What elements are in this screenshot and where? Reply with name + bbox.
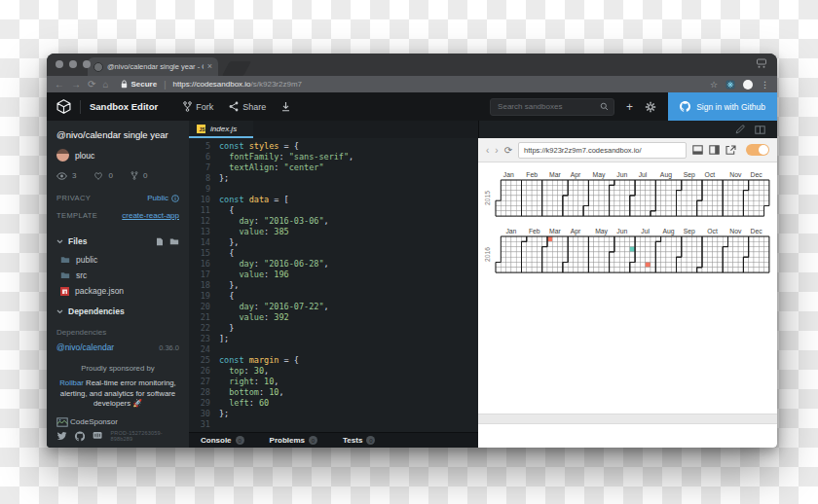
- preview-url-field[interactable]: https://k923r2z9m7.codesandbox.io/: [518, 142, 687, 159]
- folder-icon: [60, 271, 70, 279]
- code-line[interactable]: 12 day: "2016-03-06",: [189, 216, 478, 227]
- cast-icon[interactable]: [756, 58, 767, 69]
- preview-horizontal-scrollbar[interactable]: [478, 414, 777, 424]
- author-row[interactable]: plouc: [56, 149, 179, 162]
- chat-icon[interactable]: [93, 431, 102, 441]
- code-line[interactable]: 9: [189, 184, 478, 195]
- home-icon[interactable]: ⌂: [102, 80, 108, 90]
- browser-menu-icon[interactable]: ⋮: [761, 80, 769, 90]
- dependencies-section-header[interactable]: Dependencies: [56, 306, 179, 316]
- code-line[interactable]: 28 bottom: 10,: [189, 387, 478, 398]
- author-avatar: [56, 149, 69, 162]
- code-line[interactable]: 23];: [189, 334, 478, 344]
- code-line[interactable]: 21 value: 392: [189, 312, 478, 323]
- code-line[interactable]: 8};: [189, 173, 478, 184]
- new-folder-icon[interactable]: [169, 237, 179, 245]
- console-tab-label: Problems: [270, 436, 305, 445]
- code-line[interactable]: 26 top: 30,: [189, 366, 478, 377]
- codesandbox-logo-icon[interactable]: [56, 99, 71, 114]
- twitter-icon[interactable]: [56, 431, 67, 442]
- security-chip[interactable]: Secure: [121, 80, 157, 89]
- deploy-button[interactable]: [281, 101, 290, 112]
- code-line[interactable]: 25const margin = {: [189, 355, 478, 366]
- share-button[interactable]: Share: [229, 101, 266, 112]
- file-item-package-json[interactable]: package.json: [56, 283, 179, 299]
- codesponsor-row[interactable]: CodeSponsor: [56, 417, 179, 427]
- file-item-src[interactable]: src: [56, 268, 179, 283]
- file-name: package.json: [75, 286, 124, 296]
- preview-back-icon[interactable]: ‹: [486, 145, 489, 156]
- code-line[interactable]: 5const styles = {: [189, 141, 478, 152]
- address-bar[interactable]: https://codesandbox.io/s/k923r2z9m7: [172, 80, 302, 89]
- search-input[interactable]: [496, 101, 596, 112]
- code-line[interactable]: 17 value: 196: [189, 270, 478, 280]
- files-section-header[interactable]: Files: [56, 236, 179, 246]
- likes-heart-icon[interactable]: [93, 171, 103, 180]
- info-icon[interactable]: [171, 195, 179, 202]
- zoom-window-button[interactable]: [83, 60, 91, 68]
- live-preview-toggle[interactable]: [746, 144, 769, 156]
- preview-reload-icon[interactable]: ⟳: [504, 145, 512, 156]
- svg-text:Nov: Nov: [729, 171, 742, 178]
- open-external-icon[interactable]: [725, 145, 736, 155]
- new-tab-button[interactable]: [222, 61, 251, 76]
- code-line[interactable]: 18 },: [189, 280, 478, 291]
- browser-tab[interactable]: @nivo/calendar single year - C ×: [88, 57, 218, 76]
- code-line[interactable]: 14 },: [189, 237, 478, 248]
- signin-github-button[interactable]: Sign in with Github: [668, 92, 777, 121]
- console-tab-console[interactable]: Console0: [201, 436, 244, 445]
- edit-icon[interactable]: [735, 125, 745, 134]
- console-tab-tests[interactable]: Tests0: [343, 436, 375, 445]
- code-line[interactable]: 31: [189, 419, 478, 430]
- calendar-year-2016[interactable]: 2016JanFebMarAprMayJunJulAugSepOctNovDec: [483, 226, 775, 276]
- minimize-window-button[interactable]: [69, 60, 77, 68]
- code-line[interactable]: 15 {: [189, 248, 478, 259]
- new-sandbox-button[interactable]: +: [626, 100, 633, 114]
- code-line[interactable]: 29 left: 60: [189, 398, 478, 409]
- extension-icon[interactable]: [725, 80, 735, 90]
- code-editor[interactable]: 5const styles = {6 fontFamily: "sans-ser…: [189, 138, 478, 432]
- code-line[interactable]: 20 day: "2016-07-22",: [189, 302, 478, 312]
- preview-forward-icon[interactable]: ›: [495, 145, 498, 156]
- tab-close-icon[interactable]: ×: [207, 62, 212, 71]
- code-line[interactable]: 7 textAlign: "center": [189, 162, 478, 173]
- line-number: 9: [189, 184, 219, 195]
- file-item-public[interactable]: public: [56, 252, 179, 268]
- code-line[interactable]: 16 day: "2016-06-28",: [189, 259, 478, 270]
- console-panel-icon[interactable]: [692, 145, 703, 155]
- code-line[interactable]: 30};: [189, 409, 478, 419]
- reload-icon[interactable]: ⟳: [88, 80, 95, 90]
- console-tab-problems[interactable]: Problems0: [270, 436, 317, 445]
- fork-button[interactable]: Fork: [183, 101, 213, 112]
- window-controls[interactable]: [56, 60, 91, 68]
- editor-tab-indexjs[interactable]: JS index.js: [189, 121, 253, 138]
- browser-tab-strip: @nivo/calendar single year - C ×: [47, 54, 777, 76]
- svg-text:Jun: Jun: [616, 228, 627, 234]
- split-panel-icon[interactable]: [709, 145, 720, 155]
- dependencies-label: Dependencies: [68, 306, 125, 316]
- forward-icon[interactable]: →: [71, 80, 81, 90]
- calendar-year-2015[interactable]: 2015JanFebMarAprMayJunJulAugSepOctNovDec: [483, 169, 775, 220]
- header-right: + Sign in with Github: [490, 92, 777, 121]
- dependency-item[interactable]: @nivo/calendar0.36.0: [56, 341, 179, 354]
- browser-profile-avatar[interactable]: [743, 80, 753, 90]
- code-line[interactable]: 22 }: [189, 323, 478, 334]
- code-line[interactable]: 27 right: 10,: [189, 377, 478, 387]
- code-line[interactable]: 11 {: [189, 205, 478, 216]
- bookmark-star-icon[interactable]: ☆: [710, 80, 718, 90]
- code-line[interactable]: 6 fontFamily: "sans-serif",: [189, 152, 478, 162]
- code-line[interactable]: 13 value: 385: [189, 227, 478, 237]
- sponsor-link[interactable]: Rollbar: [59, 378, 84, 387]
- new-file-icon[interactable]: [156, 237, 164, 246]
- template-link[interactable]: create-react-app: [122, 211, 179, 220]
- back-icon[interactable]: ←: [55, 80, 64, 90]
- search-box[interactable]: [490, 98, 614, 116]
- split-view-icon[interactable]: [755, 126, 765, 134]
- code-line[interactable]: 19 {: [189, 291, 478, 302]
- gear-icon[interactable]: [645, 101, 656, 113]
- close-window-button[interactable]: [56, 60, 63, 68]
- console-tab-badge: 0: [309, 436, 317, 445]
- code-line[interactable]: 24: [189, 344, 478, 355]
- code-line[interactable]: 10const data = [: [189, 195, 478, 205]
- github-footer-icon[interactable]: [75, 431, 85, 442]
